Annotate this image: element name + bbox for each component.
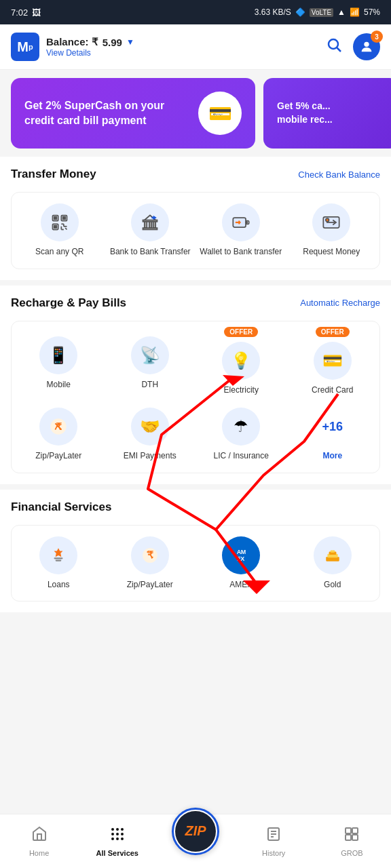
banner-icon-1: 💳	[198, 92, 242, 135]
all-services-icon	[109, 826, 126, 846]
credit-card-item[interactable]: OFFER 💳 Credit Card	[291, 332, 375, 396]
wifi-icon: ▲	[337, 7, 346, 17]
balance-label: Balance: ₹	[46, 36, 98, 48]
credit-card-label: Credit Card	[312, 385, 353, 396]
credit-card-icon: 💳	[314, 342, 352, 380]
request-money-icon	[312, 203, 350, 241]
nav-history[interactable]: History	[235, 814, 313, 868]
battery: 57%	[364, 7, 380, 17]
auto-recharge-link[interactable]: Automatic Recharge	[300, 298, 380, 308]
mobile-icon: 📱	[39, 336, 77, 374]
request-money-item[interactable]: Request Money	[289, 203, 375, 258]
balance-row[interactable]: Balance: ₹ 5.99 ▼	[46, 36, 134, 48]
mobile-item[interactable]: 📱 Mobile	[17, 332, 100, 396]
nav-home[interactable]: Home	[0, 814, 78, 868]
transfer-grid: Scan any QR Bank to Bank Transfer	[11, 192, 380, 269]
svg-rect-52	[346, 828, 351, 833]
grob-icon	[343, 826, 360, 846]
nav-grob[interactable]: GROB	[313, 814, 391, 868]
svg-rect-19	[143, 228, 157, 229]
svg-rect-18	[153, 222, 156, 228]
scan-qr-icon	[41, 203, 79, 241]
dth-icon: 📡	[131, 336, 169, 374]
lic-label: LIC / Insurance	[214, 451, 269, 462]
scan-qr-item[interactable]: Scan any QR	[17, 203, 103, 258]
lic-item[interactable]: ☂ LIC / Insurance	[200, 403, 283, 462]
svg-rect-16	[145, 222, 147, 228]
emi-icon: 🤝	[131, 408, 169, 446]
nav-zip-fab[interactable]: ZIP	[156, 794, 234, 868]
gold-item[interactable]: Gold	[291, 536, 375, 591]
app-logo: Mp	[11, 33, 39, 61]
bank-transfer-label: Bank to Bank Transfer	[110, 247, 191, 258]
dth-item[interactable]: 📡 DTH	[109, 332, 192, 396]
banner-text-2: Get 5% ca...mobile rec...	[277, 100, 333, 126]
svg-line-1	[337, 48, 341, 52]
loans-label: Loans	[48, 580, 70, 591]
svg-point-45	[111, 837, 114, 840]
banner-text-1: Get 2% SuperCash on your credit card bil…	[24, 98, 174, 129]
gold-label: Gold	[324, 580, 341, 591]
notification-badge: 3	[371, 31, 383, 43]
wallet-transfer-icon	[222, 203, 260, 241]
loans-item[interactable]: Loans	[17, 536, 100, 591]
dth-label: DTH	[141, 380, 158, 391]
nav-history-label: History	[262, 849, 285, 857]
transfer-title: Transfer Money	[11, 167, 96, 181]
check-balance-link[interactable]: Check Bank Balance	[298, 170, 380, 180]
chevron-down-icon[interactable]: ▼	[126, 37, 134, 47]
svg-line-14	[65, 228, 67, 229]
bottom-nav: Home All Services ZIP	[0, 814, 391, 868]
status-right: 3.63 KB/S 🔷 VoLTE ▲ 📶 57%	[255, 7, 380, 17]
svg-point-42	[111, 833, 114, 835]
nav-all-services[interactable]: All Services	[78, 814, 156, 868]
zip-financial-item[interactable]: ₹ Zip/PayLater	[109, 536, 192, 591]
profile-button[interactable]: 3	[353, 33, 380, 60]
zip-paylater-icon: ₹	[39, 408, 77, 446]
balance-amount: 5.99	[103, 37, 122, 48]
svg-point-39	[111, 828, 114, 831]
banner-card-1[interactable]: Get 2% SuperCash on your credit card bil…	[11, 78, 255, 149]
amex-item[interactable]: AMEX AMEX	[200, 536, 283, 591]
zip-inner: ZIP	[175, 811, 216, 852]
svg-point-40	[116, 828, 119, 831]
transfer-money-section: Transfer Money Check Bank Balance	[0, 157, 391, 280]
svg-rect-31	[54, 557, 63, 559]
credit-card-offer-badge: OFFER	[316, 327, 350, 337]
bank-transfer-item[interactable]: Bank to Bank Transfer	[108, 203, 193, 258]
data-speed: 3.63 KB/S	[255, 7, 291, 17]
more-icon: +16	[314, 408, 352, 446]
history-icon	[265, 826, 282, 846]
wallet-transfer-label: Wallet to Bank transfer	[200, 247, 282, 258]
svg-rect-8	[54, 226, 57, 229]
svg-point-43	[116, 833, 119, 835]
svg-rect-55	[352, 835, 358, 840]
svg-rect-6	[54, 217, 57, 220]
emi-item[interactable]: 🤝 EMI Payments	[109, 403, 192, 462]
banner-scroll: Get 2% SuperCash on your credit card bil…	[0, 70, 391, 157]
svg-point-2	[364, 42, 369, 47]
electricity-label: Electricity	[224, 385, 259, 396]
status-left: 7:02 🖼	[11, 7, 41, 18]
financial-header: Financial Services	[11, 500, 380, 514]
banner-card-2[interactable]: Get 5% ca...mobile rec...	[263, 78, 391, 149]
scan-qr-label: Scan any QR	[35, 247, 83, 258]
svg-point-47	[121, 837, 124, 840]
svg-rect-53	[352, 828, 358, 833]
more-item[interactable]: +16 More	[291, 403, 375, 462]
home-icon	[31, 826, 48, 846]
volte-icon: VoLTE	[310, 8, 333, 17]
zip-financial-label: Zip/PayLater	[127, 580, 173, 591]
electricity-offer-badge: OFFER	[224, 327, 258, 337]
balance-info: Balance: ₹ 5.99 ▼ View Details	[46, 36, 134, 58]
view-details-link[interactable]: View Details	[46, 48, 134, 58]
electricity-item[interactable]: OFFER 💡 Electricity	[200, 332, 283, 396]
emi-label: EMI Payments	[124, 451, 176, 462]
zip-paylater-item[interactable]: ₹ Zip/PayLater	[17, 403, 100, 462]
financial-grid: Loans ₹ Zip/PayLater AMEX AMEX	[11, 525, 380, 602]
wallet-transfer-item[interactable]: Wallet to Bank transfer	[198, 203, 284, 258]
time: 7:02	[11, 7, 28, 18]
bank-transfer-icon	[131, 203, 169, 241]
search-button[interactable]	[326, 37, 342, 57]
svg-point-41	[121, 828, 124, 831]
